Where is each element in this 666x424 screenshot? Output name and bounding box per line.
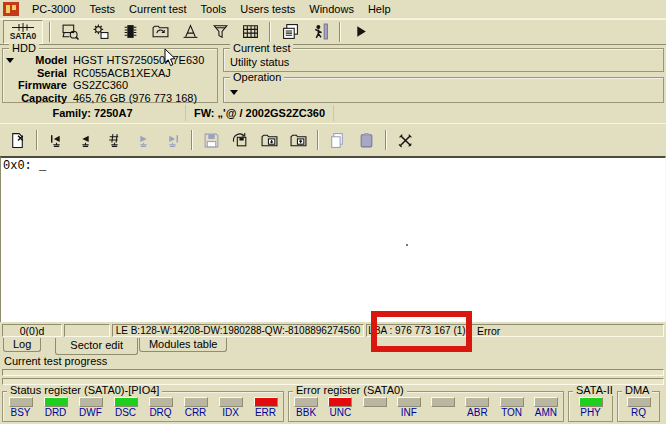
hdd-panel-title: HDD — [9, 43, 39, 54]
bsy-led-label: BSY — [10, 408, 30, 418]
statusbar-error-indicator: Error — [470, 324, 664, 337]
menu-current-test[interactable]: Current test — [122, 1, 193, 17]
data-export-button[interactable] — [145, 20, 175, 44]
rom-chip-icon — [122, 23, 139, 40]
dwf-led-label: DWF — [79, 408, 102, 418]
inf-led-label: INF — [401, 408, 417, 418]
test-select-button[interactable] — [175, 20, 205, 44]
menu-windows[interactable]: Windows — [302, 1, 361, 17]
next-sector-button[interactable] — [129, 127, 158, 153]
progress-bar-1 — [2, 369, 664, 376]
status-bar: 0(0)dLE B:128-W:14208-DW:1980288-QW:-810… — [0, 323, 666, 338]
drive-analyze-button[interactable] — [55, 20, 85, 44]
hdd-firmware-label: Firmware — [3, 79, 67, 92]
drd-led-label: DRD — [45, 408, 67, 418]
toolbar-separator — [339, 22, 341, 42]
test-panels-column: Current test Utility status Operation — [223, 45, 664, 103]
hex-editor[interactable]: 0x0: _ — [0, 156, 666, 322]
led-cell-bsy: BSY — [6, 397, 36, 418]
current-test-panel: Current test Utility status — [223, 48, 664, 72]
close-sector-button[interactable] — [3, 127, 32, 153]
rom-chip-button[interactable] — [115, 20, 145, 44]
first-sector-button[interactable] — [42, 127, 71, 153]
hdd-model-value: HGST HTS725050A7E630 — [73, 54, 217, 67]
prev-sector-icon — [77, 132, 94, 149]
toolbar-separator — [317, 130, 319, 150]
rq-led-label: RQ — [631, 408, 646, 418]
led-cell-inf: INF — [394, 397, 424, 418]
table-grid-icon — [242, 23, 259, 40]
user-exit-button[interactable] — [305, 20, 335, 44]
prev-sector-button[interactable] — [71, 127, 100, 153]
menubar: PC-3000TestsCurrent testToolsUsers tests… — [0, 0, 666, 19]
run-icon — [352, 23, 369, 40]
statusbar-lba-indicator: LBA : 976 773 167 (1) — [366, 324, 468, 337]
close-sector-icon — [9, 132, 26, 149]
app-logo-icon — [3, 2, 19, 16]
paste-icon — [358, 132, 375, 149]
error-register-title: Error register (SATA0) — [293, 385, 407, 396]
load-from-file-button[interactable] — [255, 127, 284, 153]
led-cell-idx: IDX — [216, 397, 246, 418]
led-cell-blank — [360, 397, 390, 408]
copy-windows-icon — [282, 23, 299, 40]
data-export-icon — [152, 23, 169, 40]
status-register-panel: Status register (SATA0)-[PIO4]BSYDRDDWFD… — [2, 391, 284, 422]
save-refresh-button[interactable] — [226, 127, 255, 153]
menu-help[interactable]: Help — [361, 1, 398, 17]
copy-button[interactable] — [323, 127, 352, 153]
menu-tests[interactable]: Tests — [82, 1, 122, 17]
family-bar: Family: 7250A7 FW: „'@ / 2002GS2ZC360 — [0, 103, 666, 123]
drive-analyze-icon — [62, 23, 79, 40]
led-cell-phy: PHY — [576, 397, 606, 418]
save-icon — [203, 132, 220, 149]
load-from-file-icon — [261, 132, 278, 149]
tab-log[interactable]: Log — [3, 338, 41, 352]
filter-button[interactable] — [205, 20, 235, 44]
utility-settings-icon — [92, 23, 109, 40]
tab-sector-edit[interactable]: Sector edit — [55, 338, 138, 355]
led-cell-err: ERR — [251, 397, 281, 418]
hdd-dropdown-icon[interactable] — [6, 58, 14, 67]
statusbar-le-values: LE B:128-W:14208-DW:1980288-QW:-81088962… — [112, 324, 364, 337]
bbk-led-label: BBK — [296, 408, 316, 418]
status-register-title: Status register (SATA0)-[PIO4] — [7, 385, 162, 396]
settings-tools-button[interactable] — [391, 127, 420, 153]
operation-dropdown-icon[interactable] — [230, 90, 238, 99]
table-grid-button[interactable] — [235, 20, 265, 44]
tab-modules-table[interactable]: Modules table — [139, 338, 228, 352]
led-cell-ton: TON — [497, 397, 527, 418]
menu-tools[interactable]: Tools — [194, 1, 234, 17]
abr-led-label: ABR — [467, 408, 488, 418]
save-button[interactable] — [197, 127, 226, 153]
dsc-led-icon — [114, 397, 138, 407]
save-to-file-icon — [290, 132, 307, 149]
pc3000-window: PC-3000TestsCurrent testToolsUsers tests… — [0, 0, 666, 424]
goto-sector-button[interactable] — [100, 127, 129, 153]
paste-button[interactable] — [352, 127, 381, 153]
last-sector-button[interactable] — [158, 127, 187, 153]
amn-led-label: AMN — [535, 408, 557, 418]
user-exit-icon — [312, 23, 329, 40]
unc-led-icon — [328, 397, 352, 407]
bbk-led-icon — [294, 397, 318, 407]
led-cell-blank — [428, 397, 458, 408]
led-cell-dwf: DWF — [76, 397, 106, 418]
copy-windows-button[interactable] — [275, 20, 305, 44]
menu-users-tests[interactable]: Users tests — [233, 1, 302, 17]
main-toolbar: SATA0 — [0, 19, 666, 45]
error-register-panel: Error register (SATA0)BBKUNCINFABRTONAMN — [288, 391, 564, 422]
menubar-items: PC-3000TestsCurrent testToolsUsers tests… — [25, 1, 398, 17]
next-sector-icon — [135, 132, 152, 149]
family-bar-spacer — [334, 105, 666, 121]
save-to-file-button[interactable] — [284, 127, 313, 153]
utility-settings-button[interactable] — [85, 20, 115, 44]
sata0-port-button[interactable]: SATA0 — [3, 20, 43, 44]
current-test-title: Current test — [230, 43, 293, 54]
hdd-serial-label: Serial — [3, 67, 67, 80]
menu-pc-3000[interactable]: PC-3000 — [25, 1, 82, 17]
toolbar-separator — [36, 130, 38, 150]
run-button[interactable] — [345, 20, 375, 44]
hdd-panel: HDD ModelHGST HTS725050A7E630SerialRC055… — [2, 48, 218, 103]
sata0-label: SATA0 — [10, 32, 37, 41]
